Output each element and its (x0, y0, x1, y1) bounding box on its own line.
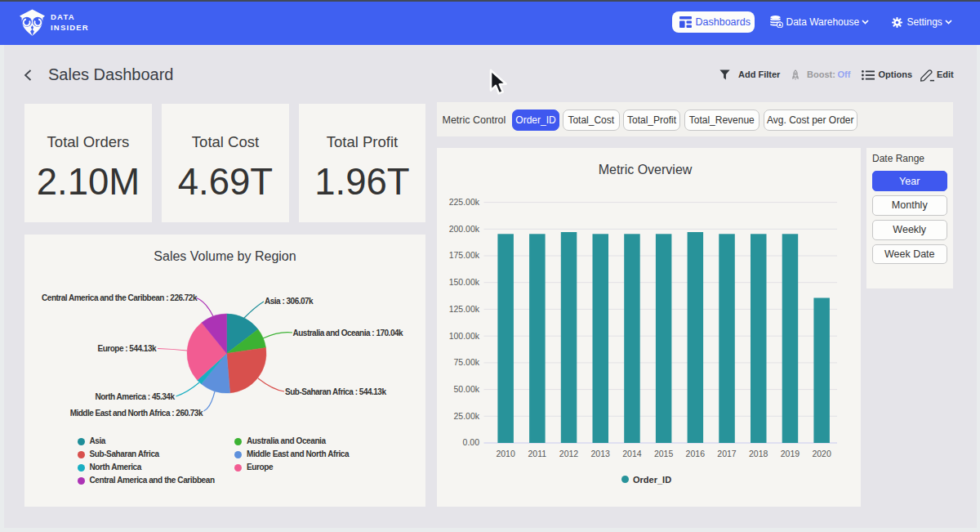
svg-text:200.00k: 200.00k (449, 224, 480, 234)
svg-text:2013: 2013 (591, 449, 611, 458)
svg-text:75.00k: 75.00k (453, 357, 479, 367)
svg-text:2015: 2015 (654, 449, 674, 458)
svg-text:175.00k: 175.00k (449, 250, 480, 260)
svg-text:225.00k: 225.00k (449, 197, 480, 207)
svg-text:2016: 2016 (686, 449, 706, 458)
svg-text:2018: 2018 (749, 449, 768, 458)
svg-text:2020: 2020 (812, 449, 831, 458)
svg-text:2019: 2019 (781, 449, 800, 458)
svg-text:125.00k: 125.00k (449, 304, 480, 314)
svg-text:2014: 2014 (622, 449, 642, 458)
svg-text:150.00k: 150.00k (449, 277, 480, 287)
svg-text:100.00k: 100.00k (449, 331, 480, 341)
svg-text:2012: 2012 (559, 449, 579, 458)
svg-text:2011: 2011 (528, 449, 547, 458)
svg-text:Metric Overview: Metric Overview (599, 163, 693, 177)
svg-text:2010: 2010 (496, 449, 515, 458)
svg-text:25.00k: 25.00k (453, 411, 479, 421)
svg-text:0.00: 0.00 (463, 437, 480, 447)
svg-text:50.00k: 50.00k (453, 384, 479, 394)
svg-text:2017: 2017 (717, 449, 737, 458)
svg-text:Order_ID: Order_ID (633, 475, 671, 485)
